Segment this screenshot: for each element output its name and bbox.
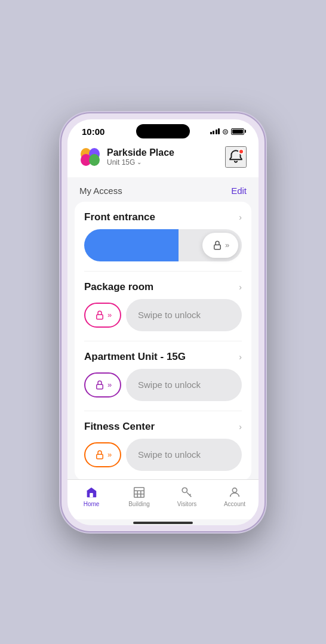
fitness-center-chevron-icon[interactable]: › xyxy=(239,422,242,432)
svg-rect-9 xyxy=(134,487,144,497)
divider-2 xyxy=(84,341,242,341)
nav-item-home[interactable]: Home xyxy=(73,486,109,507)
nav-label-building: Building xyxy=(128,501,150,507)
front-entrance-chevron-icon[interactable]: › xyxy=(239,212,242,222)
lock-icon xyxy=(94,449,105,460)
wifi-icon: ⊜ xyxy=(222,127,229,136)
nav-item-building[interactable]: Building xyxy=(121,486,157,507)
svg-point-11 xyxy=(232,488,236,492)
bottom-nav: Home Building Visitors xyxy=(67,479,259,519)
nav-item-account[interactable]: Account xyxy=(217,486,253,507)
unit-chevron-icon[interactable]: ⌄ xyxy=(137,159,142,165)
apartment-unit-chevron-icon[interactable]: › xyxy=(239,352,242,362)
svg-rect-8 xyxy=(90,492,93,497)
apartment-unit-swipe-area[interactable]: Swipe to unlock xyxy=(126,369,242,401)
apartment-unit-handle[interactable]: » xyxy=(84,372,121,398)
battery-icon xyxy=(231,128,244,135)
access-item-package-room: Package room › » Swipe to unlock xyxy=(84,281,242,331)
package-room-swipe-row: » Swipe to unlock xyxy=(84,299,242,331)
status-icons: ⊜ xyxy=(210,127,245,136)
package-room-handle[interactable]: » xyxy=(84,303,121,328)
app-header: Parkside Place Unit 15G ⌄ xyxy=(67,139,259,177)
app-logo xyxy=(79,146,101,168)
fitness-center-swipe-label: Swipe to unlock xyxy=(138,449,201,460)
apartment-unit-swipe-label: Swipe to unlock xyxy=(138,380,201,390)
person-icon xyxy=(228,486,241,499)
front-entrance-slider[interactable]: » xyxy=(84,229,242,261)
nav-item-visitors[interactable]: Visitors xyxy=(169,486,205,507)
status-time: 10:00 xyxy=(82,127,104,137)
access-item-name-fitness-center: Fitness Center xyxy=(84,421,155,433)
scroll-content: Parkside Place Unit 15G ⌄ xyxy=(67,139,259,479)
home-icon xyxy=(85,486,98,499)
fitness-center-swipe-row: » Swipe to unlock xyxy=(84,439,242,471)
svg-rect-4 xyxy=(214,245,221,249)
package-room-chevron-icon[interactable]: › xyxy=(239,282,242,292)
nav-label-home: Home xyxy=(84,501,100,507)
property-name: Parkside Place xyxy=(107,147,174,158)
lock-icon xyxy=(94,310,105,321)
key-icon xyxy=(180,486,193,499)
apartment-unit-swipe-row: » Swipe to unlock xyxy=(84,369,242,401)
section-title: My Access xyxy=(79,186,122,196)
access-item-name-apartment-unit: Apartment Unit - 15G xyxy=(84,351,186,363)
lock-icon xyxy=(212,240,223,251)
access-item-name-front-entrance: Front entrance xyxy=(84,211,155,223)
nav-label-visitors: Visitors xyxy=(177,501,197,507)
svg-rect-7 xyxy=(97,454,103,459)
notification-dot xyxy=(238,149,244,155)
access-item-fitness-center: Fitness Center › » Swipe to unlock xyxy=(84,421,242,471)
package-room-swipe-label: Swipe to unlock xyxy=(138,310,201,320)
signal-icon xyxy=(210,128,220,134)
access-item-front-entrance: Front entrance › » xyxy=(84,211,242,261)
nav-label-account: Account xyxy=(224,501,245,507)
fitness-center-swipe-area[interactable]: Swipe to unlock xyxy=(126,439,242,471)
svg-point-10 xyxy=(182,488,187,492)
header-left: Parkside Place Unit 15G ⌄ xyxy=(79,146,174,168)
access-item-name-package-room: Package room xyxy=(84,281,153,293)
phone-screen: 10:00 ⊜ xyxy=(67,119,259,525)
svg-rect-5 xyxy=(97,315,103,319)
unit-label: Unit 15G xyxy=(107,158,135,167)
package-room-swipe-area[interactable]: Swipe to unlock xyxy=(126,299,242,331)
building-icon xyxy=(133,486,146,499)
svg-point-3 xyxy=(89,154,100,166)
section-header: My Access Edit xyxy=(67,177,259,202)
fitness-center-handle[interactable]: » xyxy=(84,442,121,467)
phone-frame: 10:00 ⊜ xyxy=(61,113,265,531)
divider-3 xyxy=(84,411,242,411)
edit-button[interactable]: Edit xyxy=(231,186,247,196)
front-entrance-handle[interactable]: » xyxy=(202,233,238,258)
divider-1 xyxy=(84,271,242,272)
notification-button[interactable] xyxy=(225,146,247,168)
access-item-apartment-unit: Apartment Unit - 15G › » Swipe to u xyxy=(84,351,242,401)
lock-icon xyxy=(94,380,105,390)
home-indicator xyxy=(67,519,259,525)
dynamic-island xyxy=(136,124,190,138)
access-card: Front entrance › » xyxy=(75,202,251,479)
svg-rect-6 xyxy=(97,384,103,389)
